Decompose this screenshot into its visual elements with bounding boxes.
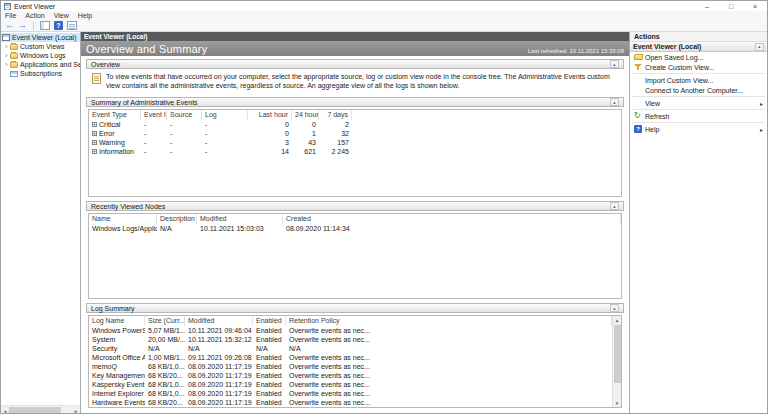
- scroll-right-icon[interactable]: ▸: [72, 406, 80, 414]
- action-label: Refresh: [645, 113, 670, 120]
- column-header[interactable]: Size (Curr...: [145, 316, 185, 326]
- admin-summary-section-header[interactable]: Summary of Administrative Events ▴: [86, 97, 624, 107]
- menu-help[interactable]: Help: [78, 12, 92, 19]
- column-header[interactable]: Created: [283, 214, 621, 224]
- cell-text: -: [167, 138, 202, 147]
- actions-section-header[interactable]: Event Viewer (Local) ▴: [630, 42, 767, 52]
- cell-text: 08.09.2020 11:17:19: [185, 371, 253, 380]
- expand-plus-icon[interactable]: [92, 131, 97, 136]
- column-header[interactable]: Event Type: [89, 110, 141, 120]
- collapse-section-button[interactable]: ▴: [610, 202, 619, 210]
- collapse-section-button[interactable]: ▴: [610, 304, 619, 312]
- action-connect-another-computer[interactable]: Connect to Another Computer...: [630, 85, 767, 95]
- table-row[interactable]: System 20,00 MB/... 10.11.2021 15:32:12 …: [89, 335, 612, 344]
- expand-plus-icon[interactable]: [92, 149, 97, 154]
- folder-icon: [10, 44, 18, 50]
- tree-item-applications-services[interactable]: › Applications and Services Lo: [1, 60, 80, 69]
- admin-summary-title: Summary of Administrative Events: [91, 99, 198, 106]
- show-console-tree-icon[interactable]: [40, 21, 50, 30]
- column-header[interactable]: Last hour: [248, 110, 292, 120]
- column-header[interactable]: Retention Policy: [286, 316, 612, 326]
- cell-text: 32: [319, 129, 352, 138]
- column-header[interactable]: 24 hours: [292, 110, 319, 120]
- scroll-up-icon[interactable]: ▴: [613, 316, 621, 324]
- cell-text: 08.09.2020 11:17:19: [185, 398, 253, 407]
- back-icon[interactable]: ←: [5, 21, 14, 30]
- table-row[interactable]: Windows PowerShell 5,07 MB/1... 10.11.20…: [89, 326, 612, 335]
- scrollbar-thumb[interactable]: [614, 325, 621, 383]
- action-refresh[interactable]: ↻ Refresh: [630, 111, 767, 121]
- table-row[interactable]: Hardware Events 68 KB/20... 08.09.2020 1…: [89, 398, 612, 407]
- content-area: Event Viewer (Local) › Custom Views › Wi…: [1, 32, 767, 414]
- table-row[interactable]: Error - - - 0 1 32: [89, 129, 621, 138]
- collapse-section-button[interactable]: ▴: [755, 43, 764, 51]
- cell-text: Enabled: [253, 335, 286, 344]
- expand-plus-icon[interactable]: [92, 140, 97, 145]
- menu-file[interactable]: File: [5, 12, 16, 19]
- table-row[interactable]: memoQ 68 KB/1,0... 08.09.2020 11:17:19 E…: [89, 362, 612, 371]
- overview-section-header[interactable]: Overview ▴: [86, 59, 624, 69]
- column-header[interactable]: Event ID: [141, 110, 167, 120]
- action-import-custom-view[interactable]: Import Custom View...: [630, 75, 767, 85]
- action-help[interactable]: ? Help ▸: [630, 124, 767, 134]
- minimize-button[interactable]: –: [695, 1, 719, 11]
- table-row[interactable]: Information - - - 14 621 2 245: [89, 147, 621, 156]
- log-summary-section-header[interactable]: Log Summary ▴: [86, 303, 624, 313]
- help-icon: ?: [634, 125, 642, 133]
- collapse-section-button[interactable]: ▴: [610, 98, 619, 106]
- action-open-saved-log[interactable]: Open Saved Log...: [630, 52, 767, 62]
- cell-text: Enabled: [253, 398, 286, 407]
- help-toolbar-icon[interactable]: ?: [54, 21, 63, 30]
- table-row[interactable]: Key Management Service 68 KB/20... 08.09…: [89, 371, 612, 380]
- scrollbar-thumb[interactable]: [9, 407, 61, 414]
- column-header[interactable]: 7 days: [319, 110, 352, 120]
- cell-text: Windows Logs/Applicati...: [89, 224, 157, 233]
- maximize-button[interactable]: □: [719, 1, 743, 11]
- cell-text: Internet Explorer: [89, 389, 145, 398]
- column-header[interactable]: Log: [202, 110, 248, 120]
- forward-icon[interactable]: →: [18, 21, 27, 30]
- expand-plus-icon[interactable]: [92, 122, 97, 127]
- column-header[interactable]: Log Name: [89, 316, 145, 326]
- recent-nodes-section-header[interactable]: Recently Viewed Nodes ▴: [86, 201, 624, 211]
- column-header[interactable]: Source: [167, 110, 202, 120]
- cell-text: 2 245: [319, 147, 352, 156]
- cell-text: 08.09.2020 11:17:19: [185, 389, 253, 398]
- tree-item-event-viewer-local[interactable]: Event Viewer (Local): [1, 33, 80, 42]
- column-header[interactable]: Description: [157, 214, 197, 224]
- tree-item-label: Windows Logs: [20, 52, 66, 59]
- menu-action[interactable]: Action: [25, 12, 44, 19]
- properties-icon[interactable]: [67, 21, 77, 30]
- tree-item-custom-views[interactable]: › Custom Views: [1, 42, 80, 51]
- log-summary-vertical-scrollbar[interactable]: ▴ ▾: [612, 316, 621, 407]
- menu-view[interactable]: View: [54, 12, 69, 19]
- table-row[interactable]: Windows Logs/Applicati... N/A 10.11.2021…: [89, 224, 621, 233]
- column-header[interactable]: Modified: [197, 214, 283, 224]
- tree-item-windows-logs[interactable]: › Windows Logs: [1, 51, 80, 60]
- column-header[interactable]: Enabled: [253, 316, 286, 326]
- action-create-custom-view[interactable]: Create Custom View...: [630, 62, 767, 72]
- table-row[interactable]: Microsoft Office Alerts 1,00 MB/1... 09.…: [89, 353, 612, 362]
- cell-text: 0: [292, 120, 319, 129]
- scroll-left-icon[interactable]: ◂: [1, 406, 9, 414]
- actions-title-label: Actions: [634, 33, 660, 40]
- cell-text: 0: [248, 120, 292, 129]
- log-summary-listbox: Log Name Size (Curr... Modified Enabled …: [88, 315, 622, 408]
- table-row[interactable]: Warning - - - 3 43 157: [89, 138, 621, 147]
- close-button[interactable]: ×: [743, 1, 767, 11]
- column-header[interactable]: Name: [89, 214, 157, 224]
- action-view[interactable]: View ▸: [630, 98, 767, 108]
- table-row[interactable]: Internet Explorer 68 KB/1,0... 08.09.202…: [89, 389, 612, 398]
- action-label: Help: [645, 126, 659, 133]
- cell-text: Enabled: [253, 380, 286, 389]
- table-row[interactable]: Kaspersky Event Log 68 KB/1,0... 08.09.2…: [89, 380, 612, 389]
- tree-horizontal-scrollbar[interactable]: ◂ ▸: [1, 405, 80, 414]
- column-header[interactable]: Modified: [185, 316, 253, 326]
- collapse-section-button[interactable]: ▴: [610, 60, 619, 68]
- tree-item-subscriptions[interactable]: Subscriptions: [1, 69, 80, 78]
- table-row[interactable]: Security N/A N/A N/A N/A: [89, 344, 612, 353]
- table-row[interactable]: Critical - - - 0 0 2: [89, 120, 621, 129]
- tree-item-label: Applications and Services Lo: [20, 61, 80, 68]
- cell-text: 3: [248, 138, 292, 147]
- scroll-down-icon[interactable]: ▾: [613, 399, 621, 407]
